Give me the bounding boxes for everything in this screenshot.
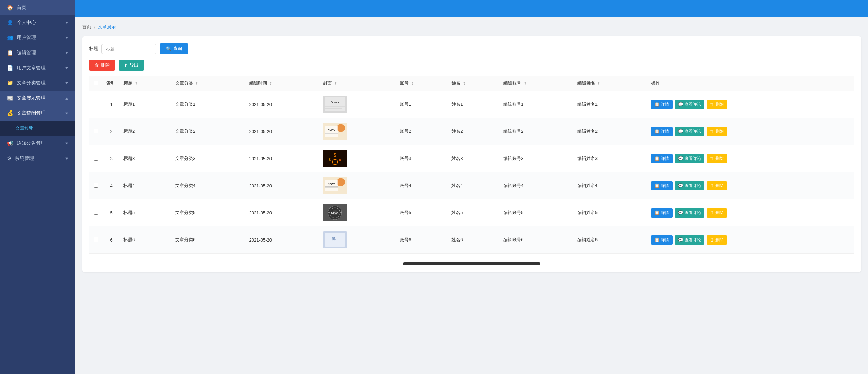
sidebar: 🏠 首页 👤 个人中心 ▼ 👥 用户管理 ▼ 📋 编辑管理 ▼ 📄 用户文章管理…	[0, 0, 75, 374]
export-button[interactable]: ⬆ 导出	[119, 60, 144, 71]
detail-button-6[interactable]: 📋 详情	[651, 235, 673, 245]
row-editor-account: 编辑账号3	[500, 145, 574, 172]
sidebar-item-article-draft-mgmt[interactable]: 💰 文章稿酬管理 ▼	[0, 106, 75, 121]
header-cover[interactable]: 封面 ⇕	[320, 76, 396, 91]
edit-icon: 📋	[7, 50, 13, 56]
sidebar-item-system-mgmt[interactable]: ⚙ 系统管理 ▼	[0, 151, 75, 166]
row-editor-name: 编辑姓名4	[574, 172, 648, 199]
sidebar-item-notice-mgmt[interactable]: 📢 通知公告管理 ▼	[0, 136, 75, 151]
detail-button-1[interactable]: 📋 详情	[651, 100, 673, 109]
row-actions-cell: 📋 详情 💬 查看评论 🗑 删除	[648, 199, 854, 226]
row-delete-icon: 🗑	[710, 237, 714, 242]
row-cover: News	[320, 91, 396, 118]
detail-icon: 📋	[654, 156, 660, 161]
row-name: 姓名6	[448, 226, 500, 254]
row-editor-account: 编辑账号1	[500, 91, 574, 118]
home-icon: 🏠	[7, 4, 13, 11]
sidebar-item-home[interactable]: 🏠 首页	[0, 0, 75, 15]
row-account: 账号5	[396, 199, 448, 226]
row-delete-button-4[interactable]: 🗑 删除	[707, 181, 727, 190]
row-actions-4: 📋 详情 💬 查看评论 🗑 删除	[651, 181, 851, 190]
comment-button-6[interactable]: 💬 查看评论	[675, 235, 704, 245]
row-checkbox-6[interactable]	[94, 237, 98, 242]
top-bar	[75, 0, 868, 17]
detail-icon: 📋	[654, 237, 660, 242]
sidebar-item-user-mgmt[interactable]: 👥 用户管理 ▼	[0, 30, 75, 45]
detail-button-2[interactable]: 📋 详情	[651, 127, 673, 136]
batch-delete-label: 删除	[101, 62, 110, 68]
row-delete-button-2[interactable]: 🗑 删除	[707, 127, 727, 136]
row-actions-1: 📋 详情 💬 查看评论 🗑 删除	[651, 100, 851, 109]
header-category[interactable]: 文章分类 ⇕	[172, 76, 246, 91]
row-account: 账号3	[396, 145, 448, 172]
comment-button-1[interactable]: 💬 查看评论	[675, 100, 704, 109]
table-row: 1 标题1 文章分类1 2021-05-20 News 账号1 姓名1 编辑账号…	[89, 91, 854, 118]
row-checkbox-cell	[89, 172, 103, 199]
search-button-label: 查询	[173, 46, 182, 52]
main-card: 标题 🔍 查询 🗑 删除 ⬆ 导出	[82, 36, 861, 272]
sidebar-item-user-article-mgmt[interactable]: 📄 用户文章管理 ▼	[0, 60, 75, 75]
row-delete-button-6[interactable]: 🗑 删除	[707, 235, 727, 245]
breadcrumb-home[interactable]: 首页	[82, 24, 91, 30]
row-edit-time: 2021-05-20	[246, 118, 320, 145]
row-editor-account: 编辑账号4	[500, 172, 574, 199]
row-delete-button-1[interactable]: 🗑 删除	[707, 100, 727, 109]
detail-button-4[interactable]: 📋 详情	[651, 181, 673, 190]
batch-delete-button[interactable]: 🗑 删除	[89, 60, 115, 71]
chevron-up-icon: ▲	[65, 96, 69, 100]
comment-button-3[interactable]: 💬 查看评论	[675, 154, 704, 163]
select-all-checkbox[interactable]	[94, 81, 98, 85]
row-delete-button-3[interactable]: 🗑 删除	[707, 154, 727, 163]
sort-icon-name: ⇕	[463, 82, 466, 85]
main-area: 首页 / 文章展示 标题 🔍 查询 🗑 删除 ⬆	[75, 0, 868, 374]
row-checkbox-2[interactable]	[94, 129, 98, 133]
header-name[interactable]: 姓名 ⇕	[448, 76, 500, 91]
row-name: 姓名4	[448, 172, 500, 199]
detail-button-5[interactable]: 📋 详情	[651, 208, 673, 218]
sidebar-item-article-category-mgmt[interactable]: 📁 文章分类管理 ▼	[0, 75, 75, 91]
header-editor-name[interactable]: 编辑姓名 ⇕	[574, 76, 648, 91]
comment-button-5[interactable]: 💬 查看评论	[675, 208, 704, 218]
row-category: 文章分类5	[172, 199, 246, 226]
sidebar-item-user-mgmt-label: 用户管理	[17, 35, 36, 41]
svg-text:NEWS: NEWS	[328, 183, 335, 185]
horizontal-scrollbar[interactable]	[403, 262, 540, 265]
detail-button-3[interactable]: 📋 详情	[651, 154, 673, 163]
header-account[interactable]: 账号 ⇕	[396, 76, 448, 91]
header-edit-time[interactable]: 编辑时间 ⇕	[246, 76, 320, 91]
row-actions-cell: 📋 详情 💬 查看评论 🗑 删除	[648, 172, 854, 199]
svg-text:NEWS: NEWS	[328, 129, 335, 131]
comment-button-4[interactable]: 💬 查看评论	[675, 181, 704, 190]
sidebar-item-article-draft-sub[interactable]: 文章稿酬	[0, 121, 75, 136]
row-edit-time: 2021-05-20	[246, 145, 320, 172]
header-title[interactable]: 标题 ⇕	[120, 76, 172, 91]
sidebar-item-article-display-mgmt[interactable]: 📰 文章展示管理 ▲	[0, 91, 75, 106]
row-delete-icon: 🗑	[710, 129, 714, 134]
row-delete-button-5[interactable]: 🗑 删除	[707, 208, 727, 218]
row-checkbox-5[interactable]	[94, 210, 98, 215]
sort-icon-cover: ⇕	[334, 82, 337, 85]
row-checkbox-1[interactable]	[94, 102, 98, 106]
header-editor-account[interactable]: 编辑账号 ⇕	[500, 76, 574, 91]
sidebar-item-article-display-mgmt-label: 文章展示管理	[17, 95, 46, 101]
chevron-down-icon: ▼	[65, 111, 69, 115]
search-button[interactable]: 🔍 查询	[160, 43, 188, 54]
row-account: 账号6	[396, 226, 448, 254]
row-actions-cell: 📋 详情 💬 查看评论 🗑 删除	[648, 145, 854, 172]
row-title: 标题3	[120, 145, 172, 172]
row-actions-5: 📋 详情 💬 查看评论 🗑 删除	[651, 208, 851, 218]
comment-icon: 💬	[678, 210, 683, 215]
sidebar-sub-draft: 文章稿酬	[0, 121, 75, 136]
row-edit-time: 2021-05-20	[246, 91, 320, 118]
row-checkbox-3[interactable]	[94, 156, 98, 161]
sidebar-item-edit-mgmt[interactable]: 📋 编辑管理 ▼	[0, 45, 75, 60]
sidebar-item-user-article-mgmt-label: 用户文章管理	[17, 65, 46, 71]
detail-icon: 📋	[654, 210, 660, 215]
search-input[interactable]	[101, 44, 156, 54]
svg-text:¥: ¥	[339, 158, 341, 163]
row-editor-account: 编辑账号5	[500, 199, 574, 226]
sidebar-item-profile[interactable]: 👤 个人中心 ▼	[0, 15, 75, 30]
comment-button-2[interactable]: 💬 查看评论	[675, 127, 704, 136]
table-row: 4 标题4 文章分类4 2021-05-20 NEWS 账号4 姓名4 编辑账号…	[89, 172, 854, 199]
row-checkbox-4[interactable]	[94, 183, 98, 188]
